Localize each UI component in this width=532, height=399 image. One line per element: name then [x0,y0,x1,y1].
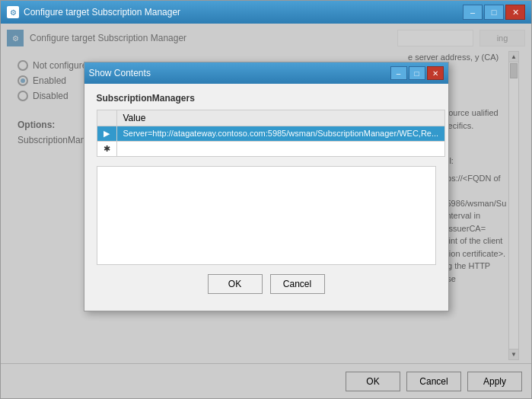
dialog-footer: OK Cancel [97,274,436,302]
title-bar: ⚙ Configure target Subscription Manager … [1,1,531,24]
dialog-ok-button[interactable]: OK [208,274,263,294]
maximize-button[interactable]: □ [484,5,504,20]
modal-overlay: Show Contents – □ ✕ SubscriptionManagers [1,24,531,398]
table-cell-value-2 [116,142,445,157]
dialog-maximize-button[interactable]: □ [409,66,425,80]
data-area [97,166,436,265]
dialog-close-button[interactable]: ✕ [427,66,444,80]
dialog-section-title: SubscriptionManagers [97,93,436,104]
row-arrow-1: ▶ [97,126,116,142]
minimize-button[interactable]: – [463,5,483,20]
table-arrow-header [97,110,116,126]
dialog-title: Show Contents [89,68,151,78]
title-bar-controls: – □ ✕ [463,5,525,20]
dialog-minimize-button[interactable]: – [390,66,407,80]
dialog-body: SubscriptionManagers Value [84,84,448,311]
dialog-cancel-button[interactable]: Cancel [270,274,325,294]
title-bar-left: ⚙ Configure target Subscription Manager [7,6,180,18]
table-row[interactable]: ▶ Server=http://atagateway.contoso.com:5… [97,126,445,142]
window-icon: ⚙ [7,6,19,18]
main-content: ⚙ Configure target Subscription Manager … [1,24,531,398]
row-arrow-2: ✱ [97,142,116,157]
show-contents-dialog: Show Contents – □ ✕ SubscriptionManagers [84,62,449,311]
close-button[interactable]: ✕ [505,5,525,20]
table-cell-value-1: Server=http://atagateway.contoso.com:598… [116,126,445,142]
dialog-controls: – □ ✕ [390,66,444,80]
main-window: ⚙ Configure target Subscription Manager … [0,0,532,399]
window-title: Configure target Subscription Manager [24,7,180,18]
subscription-managers-table: Value ▶ Server=http://atagateway.contoso… [97,110,446,157]
dialog-title-bar: Show Contents – □ ✕ [84,62,448,84]
table-value-header: Value [116,110,445,126]
table-row-empty[interactable]: ✱ [97,142,445,157]
